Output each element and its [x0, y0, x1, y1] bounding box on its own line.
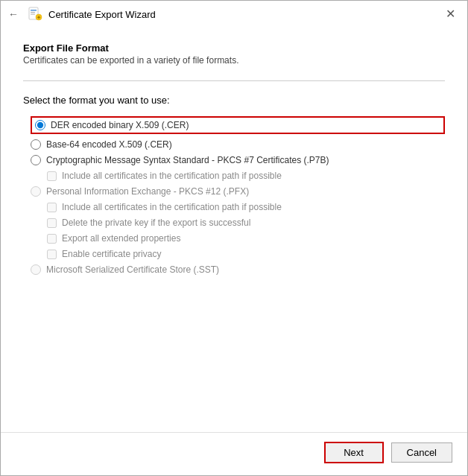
label-include-certs-p7b: Include all certificates in the certific… [62, 171, 282, 181]
radio-der[interactable] [35, 120, 45, 130]
label-export-extended: Export all extended properties [62, 233, 180, 244]
option-include-certs-p7b: Include all certificates in the certific… [31, 171, 445, 181]
option-der[interactable]: DER encoded binary X.509 (.CER) [31, 116, 445, 134]
radio-base64[interactable] [31, 139, 41, 150]
back-button[interactable]: ← [8, 8, 19, 20]
option-export-extended: Export all extended properties [31, 233, 445, 244]
cancel-button[interactable]: Cancel [391, 442, 452, 463]
option-pfx[interactable]: Personal Information Exchange - PKCS #12… [31, 186, 445, 197]
wizard-window: ← ✦ Certificate Export Wizard ✕ Export F… [0, 0, 468, 476]
section-header: Export File Format Certificates can be e… [23, 42, 445, 66]
checkbox-enable-privacy[interactable] [47, 250, 57, 259]
section-subtitle: Certificates can be exported in a variet… [23, 55, 445, 66]
wizard-content: Export File Format Certificates can be e… [1, 28, 467, 432]
radio-sst[interactable] [31, 264, 41, 275]
close-button[interactable]: ✕ [443, 7, 458, 22]
option-include-certs-pfx: Include all certificates in the certific… [31, 202, 445, 212]
option-delete-private-key: Delete the private key if the export is … [31, 218, 445, 228]
window-title: Certificate Export Wizard [48, 9, 156, 20]
svg-rect-3 [31, 14, 35, 15]
svg-rect-2 [31, 12, 35, 13]
label-pfx: Personal Information Exchange - PKCS #12… [46, 186, 249, 197]
section-title: Export File Format [23, 42, 445, 54]
label-der: DER encoded binary X.509 (.CER) [51, 120, 189, 130]
radio-p7b[interactable] [31, 155, 41, 165]
label-p7b: Cryptographic Message Syntax Standard - … [46, 155, 329, 165]
checkbox-export-extended[interactable] [47, 234, 57, 244]
option-base64[interactable]: Base-64 encoded X.509 (.CER) [31, 139, 445, 150]
radio-pfx[interactable] [31, 186, 41, 197]
label-include-certs-pfx: Include all certificates in the certific… [62, 202, 282, 212]
checkbox-delete-private-key[interactable] [47, 218, 57, 228]
option-sst[interactable]: Microsoft Serialized Certificate Store (… [31, 264, 445, 275]
option-p7b[interactable]: Cryptographic Message Syntax Standard - … [31, 155, 445, 165]
checkbox-include-certs-p7b[interactable] [47, 171, 57, 181]
label-delete-private-key: Delete the private key if the export is … [62, 218, 250, 228]
svg-rect-1 [31, 10, 37, 11]
svg-text:✦: ✦ [37, 15, 41, 20]
wizard-icon: ✦ [28, 7, 42, 22]
divider [23, 80, 445, 81]
next-button[interactable]: Next [324, 442, 384, 463]
wizard-footer: Next Cancel [1, 432, 467, 475]
options-list: DER encoded binary X.509 (.CER) Base-64 … [23, 116, 445, 275]
title-bar-left: ← ✦ Certificate Export Wizard [8, 7, 156, 22]
option-enable-privacy: Enable certificate privacy [31, 249, 445, 259]
checkbox-include-certs-pfx[interactable] [47, 203, 57, 212]
title-bar: ← ✦ Certificate Export Wizard ✕ [1, 1, 467, 28]
label-sst: Microsoft Serialized Certificate Store (… [46, 264, 219, 275]
label-base64: Base-64 encoded X.509 (.CER) [46, 139, 172, 150]
label-enable-privacy: Enable certificate privacy [62, 249, 161, 259]
format-prompt: Select the format you want to use: [23, 95, 445, 106]
